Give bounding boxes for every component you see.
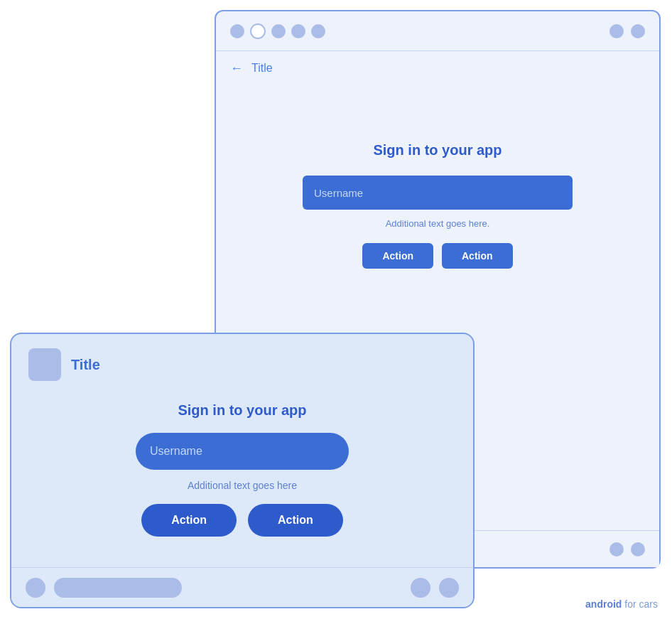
status-dot-2-active: [250, 23, 266, 39]
car-title: Title: [71, 357, 100, 373]
brand-label: android for cars: [585, 598, 658, 610]
car-input-placeholder: Username: [150, 445, 202, 458]
phone-bottom-dot-1: [609, 542, 624, 556]
back-arrow-icon[interactable]: ←: [230, 61, 243, 76]
car-logo: [28, 348, 61, 381]
phone-status-right: [609, 24, 645, 38]
phone-username-input[interactable]: Username: [303, 176, 573, 210]
status-dot-right-1: [609, 24, 624, 38]
car-bottom-right-dot-2: [439, 578, 459, 598]
phone-status-bar: [216, 11, 659, 51]
brand-android: android: [585, 598, 622, 610]
brand-suffix: for cars: [622, 598, 658, 610]
car-username-input[interactable]: Username: [136, 433, 349, 470]
phone-sign-in-heading: Sign in to your app: [373, 142, 502, 158]
car-action-button-2[interactable]: Action: [248, 504, 343, 537]
car-bottom-right-dot-1: [411, 578, 430, 598]
phone-action-button-2[interactable]: Action: [442, 243, 513, 269]
car-content: Sign in to your app Username Additional …: [11, 395, 473, 548]
phone-action-button-1[interactable]: Action: [362, 243, 433, 269]
phone-status-left: [230, 23, 325, 39]
phone-nav-title: Title: [251, 62, 273, 75]
phone-actions: Action Action: [362, 243, 512, 269]
car-header: Title: [11, 334, 473, 395]
car-action-button-1[interactable]: Action: [141, 504, 237, 537]
car-mockup: Title Sign in to your app Username Addit…: [10, 333, 475, 608]
status-dot-3: [271, 24, 286, 38]
car-bottom-dot: [26, 578, 45, 598]
car-helper-text: Additional text goes here: [188, 480, 297, 491]
phone-content: Sign in to your app Username Additional …: [216, 85, 659, 297]
phone-helper-text: Additional text goes here.: [386, 218, 490, 229]
phone-input-placeholder: Username: [314, 187, 363, 199]
phone-bottom-dot-2: [631, 542, 645, 556]
phone-nav-bar: ← Title: [216, 51, 659, 85]
status-dot-4: [291, 24, 305, 38]
status-dot-1: [230, 24, 244, 38]
car-bottom-bar: [11, 567, 473, 607]
car-bottom-pill: [54, 578, 182, 598]
status-dot-5: [311, 24, 325, 38]
car-bottom-right: [411, 578, 459, 598]
status-dot-right-2: [631, 24, 645, 38]
car-actions: Action Action: [141, 504, 343, 537]
car-bottom-left: [26, 578, 182, 598]
car-sign-in-heading: Sign in to your app: [178, 402, 306, 419]
